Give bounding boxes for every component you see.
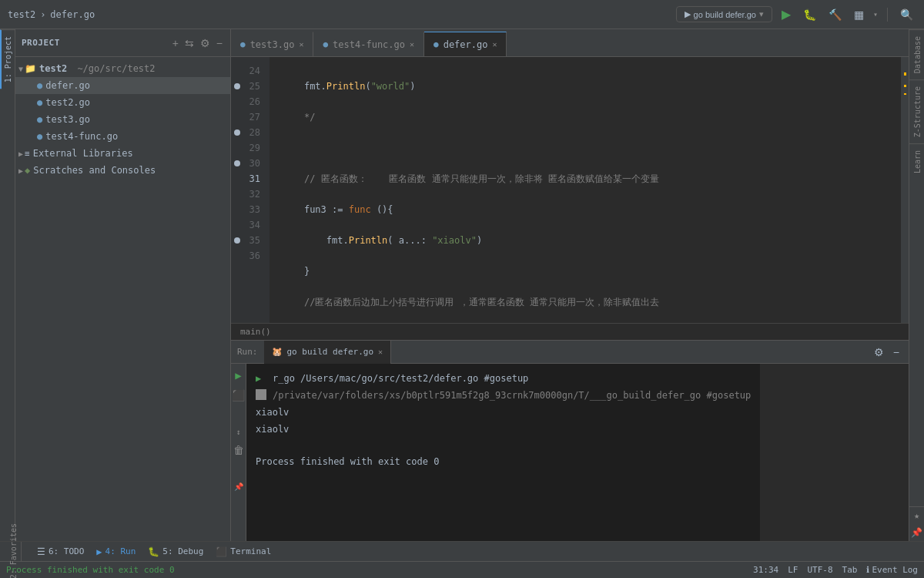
editor-area: ● test3.go ✕ ● test4-func.go ✕ ● defer.g…: [231, 29, 909, 541]
code-line-25: */: [282, 109, 901, 125]
file-item-test4[interactable]: ● test4-func.go: [15, 128, 230, 145]
tab-close-test3[interactable]: ✕: [299, 40, 303, 49]
run-config-button[interactable]: ▶ go build defer.go ▾: [676, 6, 772, 22]
todo-button[interactable]: ☰ 6: TODO: [37, 546, 84, 557]
project-root-item[interactable]: ▼ 📁 test2 ~/go/src/test2: [15, 60, 230, 77]
scratch-icon: ◆: [25, 165, 30, 176]
scratch-arrow: ▶: [18, 166, 23, 175]
run-pin-icon[interactable]: 📌: [234, 480, 243, 493]
status-event-log[interactable]: ℹ Event Log: [866, 565, 918, 575]
file-item-test2[interactable]: ● test2.go: [15, 94, 230, 111]
line-numbers: 24 25 26 27 28 29 30 31 32 33: [231, 57, 270, 323]
file-item-defer[interactable]: ● defer.go: [15, 77, 230, 94]
file-tree: ▼ 📁 test2 ~/go/src/test2 ● defer.go ● te…: [15, 57, 230, 541]
output-text-1: r_go /Users/mac/go/src/test2/defer.go #g…: [273, 370, 528, 387]
line-36: 36: [231, 248, 270, 264]
scratches-label: Scratches and Consoles: [33, 165, 224, 176]
go-icon-tab2: ●: [323, 39, 328, 49]
more-icon: ▾: [873, 10, 878, 18]
tab-close-test4[interactable]: ✕: [410, 40, 414, 49]
separator: [887, 8, 888, 22]
file-label-test3: test3.go: [45, 114, 224, 125]
run-toolbar-button[interactable]: ▶ 4: Run: [96, 546, 136, 557]
code-line-31: //匿名函数后边加上小括号进行调用 ，通常匿名函数 通常只能用一次，除非赋值出去: [282, 294, 901, 310]
coverage-button[interactable]: ▦: [851, 7, 867, 22]
tab-test4[interactable]: ● test4-func.go ✕: [313, 32, 424, 56]
line-35: 35: [231, 233, 270, 248]
ext-lib-arrow: ▶: [18, 150, 23, 158]
line-33: 33: [231, 202, 270, 217]
folder-icon: 📁: [25, 63, 36, 74]
status-indent[interactable]: Tab: [842, 565, 858, 575]
favorites-tab[interactable]: 2: Favorites: [6, 542, 22, 561]
file-item-test3[interactable]: ● test3.go: [15, 111, 230, 128]
tab-defer[interactable]: ● defer.go ✕: [424, 32, 507, 56]
editor-content: 24 25 26 27 28 29 30 31 32 33: [231, 57, 909, 323]
learn-tab[interactable]: Learn: [909, 143, 924, 180]
run-scroll-icon[interactable]: ↕: [236, 425, 240, 439]
line-27: 27: [231, 109, 270, 125]
structure-tab[interactable]: Z-Structure: [909, 79, 924, 143]
breadcrumb: test2 › defer.go: [8, 9, 95, 20]
breadcrumb-project[interactable]: test2: [8, 9, 35, 20]
external-libraries-item[interactable]: ▶ ≡ External Libraries: [15, 145, 230, 162]
search-button[interactable]: 🔍: [897, 7, 916, 22]
new-file-button[interactable]: +: [171, 35, 180, 51]
code-line-26: [282, 140, 901, 156]
settings-button[interactable]: ⚙: [199, 35, 212, 51]
close-sidebar-button[interactable]: −: [215, 35, 224, 51]
debug-toolbar-label: 5: Debug: [162, 546, 203, 556]
run-config-dropdown: ▾: [759, 9, 764, 19]
run-restart-icon[interactable]: ▶: [235, 367, 241, 384]
status-encoding[interactable]: UTF-8: [807, 565, 832, 575]
run-toolbar-label: 4: Run: [105, 546, 136, 556]
line-28: 28: [231, 125, 270, 140]
scratches-item[interactable]: ▶ ◆ Scratches and Consoles: [15, 162, 230, 179]
run-minimize-button[interactable]: −: [890, 344, 902, 360]
code-line-30: }: [282, 264, 901, 279]
right-star-icon[interactable]: ★: [909, 507, 924, 524]
status-line-ending[interactable]: LF: [788, 565, 798, 575]
status-bar: Process finished with exit code 0 31:34 …: [0, 561, 924, 578]
title-bar-actions: ▶ go build defer.go ▾ ▶ 🐛 🔨 ▦ ▾ 🔍: [676, 5, 916, 23]
output-line-1: ▶ r_go /Users/mac/go/src/test2/defer.go …: [256, 370, 751, 387]
file-label-test4: test4-func.go: [45, 131, 224, 142]
terminal-icon: ⬛: [216, 546, 227, 557]
run-output: ▶ r_go /Users/mac/go/src/test2/defer.go …: [246, 364, 760, 541]
line-24: 24: [231, 63, 270, 79]
collapse-all-button[interactable]: ⇆: [183, 35, 196, 51]
status-left: Process finished with exit code 0: [6, 565, 753, 575]
build-button[interactable]: 🔨: [825, 7, 845, 22]
database-tab[interactable]: Database: [909, 29, 924, 79]
run-tab-label: go build defer.go: [287, 347, 374, 357]
line-26: 26: [231, 94, 270, 109]
terminal-button[interactable]: ⬛ Terminal: [216, 546, 271, 557]
tab-test3[interactable]: ● test3.go ✕: [231, 32, 313, 56]
left-activity-bar: 1: Project: [0, 29, 15, 541]
bottom-toolbar: 2: Favorites ☰ 6: TODO ▶ 4: Run 🐛 5: Deb…: [0, 541, 924, 561]
run-button[interactable]: ▶: [778, 5, 794, 23]
project-panel-tab[interactable]: 1: Project: [0, 29, 15, 89]
collapse-arrow: ▼: [18, 65, 23, 73]
tab-close-defer[interactable]: ✕: [492, 40, 497, 49]
line-25: 25: [231, 79, 270, 94]
output-line-4: xiaolv: [256, 421, 751, 438]
debug-toolbar-button[interactable]: 🐛 5: Debug: [148, 546, 203, 557]
sidebar-title: Project: [22, 38, 60, 48]
run-trash-icon[interactable]: 🗑: [233, 442, 244, 459]
run-settings-button[interactable]: ⚙: [871, 344, 887, 360]
status-position[interactable]: 31:34: [753, 565, 778, 575]
go-icon-tab1: ●: [240, 39, 246, 49]
right-bottom-icons: ★ 📌: [909, 506, 924, 541]
run-stop-icon[interactable]: ⬛: [232, 387, 245, 404]
project-name: test2 ~/go/src/test2: [39, 63, 224, 74]
vertical-scrollbar[interactable]: [901, 57, 909, 323]
breadcrumb-main: main(): [240, 327, 271, 337]
content-wrapper: 1: Project Project + ⇆ ⚙ − ▼ 📁 test2 ~/g…: [0, 29, 924, 541]
code-editor[interactable]: fmt.Println("world") */ // 匿名函数： 匿名函数 通常…: [270, 57, 901, 323]
run-tab-close[interactable]: ✕: [378, 348, 383, 356]
debug-button[interactable]: 🐛: [800, 7, 819, 22]
run-tab[interactable]: 🐹 go build defer.go ✕: [264, 341, 392, 364]
right-pin-icon[interactable]: 📌: [909, 524, 924, 541]
todo-icon: ☰: [37, 546, 45, 557]
